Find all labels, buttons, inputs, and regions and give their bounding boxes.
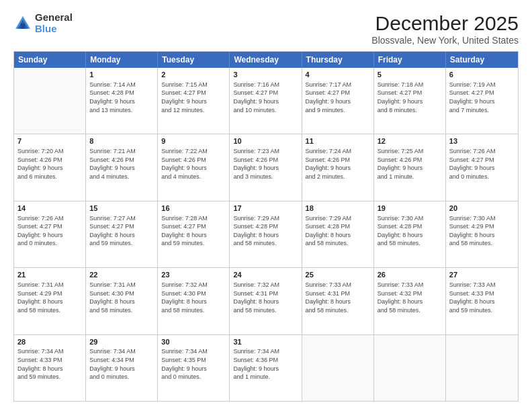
title-block: December 2025 Blossvale, New York, Unite… — [371, 12, 519, 46]
subtitle: Blossvale, New York, United States — [371, 35, 519, 46]
calendar-header-cell: Friday — [374, 52, 446, 68]
day-number: 15 — [89, 203, 154, 214]
cell-info: Sunrise: 7:34 AM Sunset: 4:35 PM Dayligh… — [161, 347, 226, 381]
calendar-cell: 15Sunrise: 7:27 AM Sunset: 4:27 PM Dayli… — [86, 201, 158, 267]
day-number: 31 — [233, 337, 298, 347]
day-number: 14 — [17, 203, 82, 214]
calendar-body: 1Sunrise: 7:14 AM Sunset: 4:28 PM Daylig… — [14, 68, 518, 401]
day-number: 8 — [89, 136, 154, 146]
cell-info: Sunrise: 7:33 AM Sunset: 4:31 PM Dayligh… — [306, 281, 370, 314]
cell-info: Sunrise: 7:19 AM Sunset: 4:27 PM Dayligh… — [449, 81, 515, 114]
calendar-cell: 31Sunrise: 7:34 AM Sunset: 4:36 PM Dayli… — [230, 335, 302, 401]
cell-info: Sunrise: 7:30 AM Sunset: 4:29 PM Dayligh… — [449, 214, 515, 248]
day-number: 23 — [161, 270, 226, 280]
calendar-cell: 19Sunrise: 7:30 AM Sunset: 4:28 PM Dayli… — [374, 201, 446, 267]
calendar-cell: 26Sunrise: 7:33 AM Sunset: 4:32 PM Dayli… — [374, 268, 446, 334]
cell-info: Sunrise: 7:31 AM Sunset: 4:30 PM Dayligh… — [89, 281, 154, 314]
calendar-cell: 28Sunrise: 7:34 AM Sunset: 4:33 PM Dayli… — [14, 335, 86, 401]
calendar-cell: 10Sunrise: 7:23 AM Sunset: 4:26 PM Dayli… — [230, 134, 302, 200]
cell-info: Sunrise: 7:28 AM Sunset: 4:27 PM Dayligh… — [161, 214, 226, 248]
day-number: 16 — [161, 203, 226, 214]
calendar-cell: 7Sunrise: 7:20 AM Sunset: 4:26 PM Daylig… — [14, 134, 86, 200]
cell-info: Sunrise: 7:18 AM Sunset: 4:27 PM Dayligh… — [378, 81, 442, 114]
calendar-header-cell: Wednesday — [230, 52, 302, 68]
day-number: 10 — [233, 136, 298, 146]
day-number: 30 — [161, 337, 226, 347]
cell-info: Sunrise: 7:34 AM Sunset: 4:33 PM Dayligh… — [17, 347, 82, 381]
cell-info: Sunrise: 7:15 AM Sunset: 4:27 PM Dayligh… — [161, 81, 226, 114]
calendar-cell: 2Sunrise: 7:15 AM Sunset: 4:27 PM Daylig… — [158, 68, 230, 134]
calendar-cell: 29Sunrise: 7:34 AM Sunset: 4:34 PM Dayli… — [86, 335, 158, 401]
calendar-cell: 6Sunrise: 7:19 AM Sunset: 4:27 PM Daylig… — [446, 68, 518, 134]
day-number: 17 — [233, 203, 298, 214]
cell-info: Sunrise: 7:21 AM Sunset: 4:26 PM Dayligh… — [89, 147, 154, 181]
cell-info: Sunrise: 7:16 AM Sunset: 4:27 PM Dayligh… — [233, 81, 298, 114]
calendar-row: 28Sunrise: 7:34 AM Sunset: 4:33 PM Dayli… — [14, 334, 518, 401]
day-number: 1 — [89, 70, 154, 80]
cell-info: Sunrise: 7:26 AM Sunset: 4:27 PM Dayligh… — [449, 147, 515, 181]
day-number: 21 — [17, 270, 82, 280]
calendar-cell: 20Sunrise: 7:30 AM Sunset: 4:29 PM Dayli… — [446, 201, 518, 267]
calendar-cell: 3Sunrise: 7:16 AM Sunset: 4:27 PM Daylig… — [230, 68, 302, 134]
day-number: 13 — [449, 136, 515, 146]
main-title: December 2025 — [371, 12, 519, 35]
logo-blue: Blue — [35, 24, 73, 35]
day-number: 26 — [378, 270, 442, 280]
day-number: 4 — [306, 70, 370, 80]
page: General Blue December 2025 Blossvale, Ne… — [0, 0, 532, 411]
cell-info: Sunrise: 7:32 AM Sunset: 4:31 PM Dayligh… — [233, 281, 298, 314]
day-number: 18 — [306, 203, 370, 214]
calendar-cell: 11Sunrise: 7:24 AM Sunset: 4:26 PM Dayli… — [302, 134, 374, 200]
cell-info: Sunrise: 7:26 AM Sunset: 4:27 PM Dayligh… — [17, 214, 82, 248]
svg-rect-2 — [21, 24, 25, 29]
day-number: 6 — [449, 70, 515, 80]
cell-info: Sunrise: 7:30 AM Sunset: 4:28 PM Dayligh… — [378, 214, 442, 248]
calendar-cell: 27Sunrise: 7:33 AM Sunset: 4:33 PM Dayli… — [446, 268, 518, 334]
calendar-cell: 5Sunrise: 7:18 AM Sunset: 4:27 PM Daylig… — [374, 68, 446, 134]
day-number: 24 — [233, 270, 298, 280]
day-number: 3 — [233, 70, 298, 80]
cell-info: Sunrise: 7:33 AM Sunset: 4:33 PM Dayligh… — [449, 281, 515, 314]
calendar-cell: 4Sunrise: 7:17 AM Sunset: 4:27 PM Daylig… — [302, 68, 374, 134]
day-number: 11 — [306, 136, 370, 146]
calendar-cell: 23Sunrise: 7:32 AM Sunset: 4:30 PM Dayli… — [158, 268, 230, 334]
cell-info: Sunrise: 7:20 AM Sunset: 4:26 PM Dayligh… — [17, 147, 82, 181]
calendar-cell: 30Sunrise: 7:34 AM Sunset: 4:35 PM Dayli… — [158, 335, 230, 401]
calendar-cell: 1Sunrise: 7:14 AM Sunset: 4:28 PM Daylig… — [86, 68, 158, 134]
logo: General Blue — [13, 12, 73, 34]
calendar-cell: 13Sunrise: 7:26 AM Sunset: 4:27 PM Dayli… — [446, 134, 518, 200]
cell-info: Sunrise: 7:34 AM Sunset: 4:34 PM Dayligh… — [89, 347, 154, 381]
calendar-header-cell: Sunday — [14, 52, 86, 68]
cell-info: Sunrise: 7:23 AM Sunset: 4:26 PM Dayligh… — [233, 147, 298, 181]
cell-info: Sunrise: 7:29 AM Sunset: 4:28 PM Dayligh… — [306, 214, 370, 248]
calendar-cell: 14Sunrise: 7:26 AM Sunset: 4:27 PM Dayli… — [14, 201, 86, 267]
cell-info: Sunrise: 7:33 AM Sunset: 4:32 PM Dayligh… — [378, 281, 442, 314]
calendar-row: 21Sunrise: 7:31 AM Sunset: 4:29 PM Dayli… — [14, 267, 518, 334]
cell-info: Sunrise: 7:22 AM Sunset: 4:26 PM Dayligh… — [161, 147, 226, 181]
calendar-header-cell: Tuesday — [158, 52, 230, 68]
header: General Blue December 2025 Blossvale, Ne… — [13, 12, 519, 46]
calendar-header-cell: Thursday — [302, 52, 374, 68]
day-number: 5 — [378, 70, 442, 80]
calendar-cell: 24Sunrise: 7:32 AM Sunset: 4:31 PM Dayli… — [230, 268, 302, 334]
day-number: 19 — [378, 203, 442, 214]
day-number: 28 — [17, 337, 82, 347]
calendar: SundayMondayTuesdayWednesdayThursdayFrid… — [13, 51, 519, 402]
calendar-cell: 21Sunrise: 7:31 AM Sunset: 4:29 PM Dayli… — [14, 268, 86, 334]
calendar-header: SundayMondayTuesdayWednesdayThursdayFrid… — [14, 52, 518, 68]
day-number: 9 — [161, 136, 226, 146]
day-number: 7 — [17, 136, 82, 146]
calendar-cell: 17Sunrise: 7:29 AM Sunset: 4:28 PM Dayli… — [230, 201, 302, 267]
calendar-cell: 18Sunrise: 7:29 AM Sunset: 4:28 PM Dayli… — [302, 201, 374, 267]
logo-icon — [13, 14, 32, 33]
calendar-row: 14Sunrise: 7:26 AM Sunset: 4:27 PM Dayli… — [14, 201, 518, 267]
cell-info: Sunrise: 7:14 AM Sunset: 4:28 PM Dayligh… — [89, 81, 154, 114]
calendar-header-cell: Saturday — [446, 52, 518, 68]
cell-info: Sunrise: 7:29 AM Sunset: 4:28 PM Dayligh… — [233, 214, 298, 248]
cell-info: Sunrise: 7:17 AM Sunset: 4:27 PM Dayligh… — [306, 81, 370, 114]
calendar-cell — [374, 335, 446, 401]
calendar-cell: 12Sunrise: 7:25 AM Sunset: 4:26 PM Dayli… — [374, 134, 446, 200]
calendar-cell: 8Sunrise: 7:21 AM Sunset: 4:26 PM Daylig… — [86, 134, 158, 200]
calendar-cell: 25Sunrise: 7:33 AM Sunset: 4:31 PM Dayli… — [302, 268, 374, 334]
cell-info: Sunrise: 7:32 AM Sunset: 4:30 PM Dayligh… — [161, 281, 226, 314]
